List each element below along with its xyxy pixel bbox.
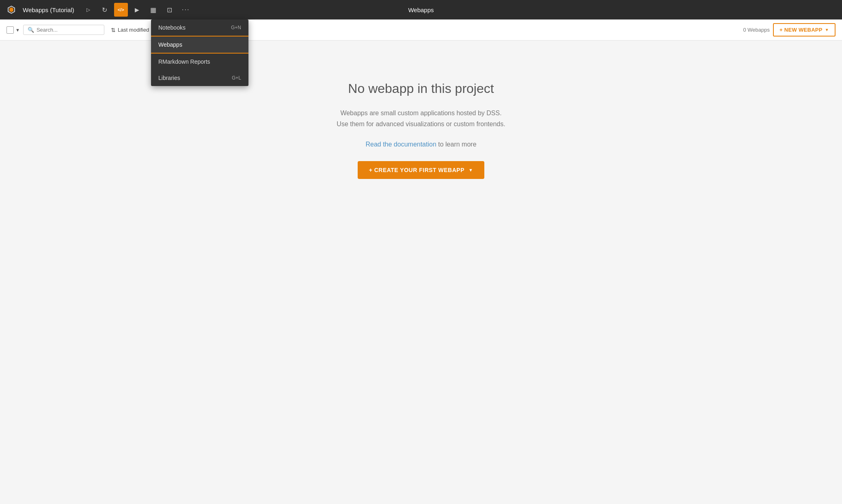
app-logo[interactable] xyxy=(5,3,18,16)
empty-desc-line1: Webapps are small custom applications ho… xyxy=(340,110,501,116)
forward-nav-button[interactable]: ▷ xyxy=(82,3,95,17)
create-btn-caret-icon: ▼ xyxy=(468,168,473,172)
create-first-webapp-button[interactable]: + CREATE YOUR FIRST WEBAPP ▼ xyxy=(358,161,485,179)
refresh-nav-button[interactable]: ↻ xyxy=(98,3,112,17)
webapp-count: 0 Webapps xyxy=(743,27,770,33)
dropdown-item-notebooks[interactable]: Notebooks G+N xyxy=(151,19,248,36)
search-box[interactable]: 🔍 xyxy=(23,25,104,35)
nav-dropdown-menu: Notebooks G+N Webapps RMarkdown Reports … xyxy=(151,19,248,86)
learn-more-text: to learn more xyxy=(436,141,477,148)
main-content: No webapp in this project Webapps are sm… xyxy=(0,41,842,220)
grid-nav-button[interactable]: ▦ xyxy=(147,3,160,17)
play-nav-button[interactable]: ▶ xyxy=(130,3,144,17)
new-webapp-label: + NEW WEBAPP xyxy=(779,27,823,33)
dropdown-webapps-label: Webapps xyxy=(158,41,182,48)
more-nav-button[interactable]: ··· xyxy=(179,3,193,17)
dropdown-notebooks-label: Notebooks xyxy=(158,24,186,31)
empty-state-description: Webapps are small custom applications ho… xyxy=(337,108,505,129)
select-all-checkbox[interactable] xyxy=(6,26,14,34)
center-page-title: Webapps xyxy=(408,6,434,13)
navbar: Webapps (Tutorial) ▷ ↻ </> ▶ ▦ ⊡ ··· Web… xyxy=(0,0,842,19)
dropdown-libraries-shortcut: G+L xyxy=(232,75,241,81)
empty-state-title: No webapp in this project xyxy=(348,81,494,96)
new-webapp-caret-icon: ▼ xyxy=(825,28,829,32)
create-btn-label: + CREATE YOUR FIRST WEBAPP xyxy=(369,167,464,173)
new-webapp-button[interactable]: + NEW WEBAPP ▼ xyxy=(773,23,836,37)
doc-link-line: Read the documentation to learn more xyxy=(365,141,476,148)
select-all-checkbox-area[interactable]: ▼ xyxy=(6,26,20,34)
project-title: Webapps (Tutorial) xyxy=(23,6,74,13)
code-nav-button[interactable]: </> xyxy=(114,3,128,17)
empty-desc-line2: Use them for advanced visualizations or … xyxy=(337,121,505,127)
toolbar: ▼ 🔍 ⇅ Last modified ▼ | Tags ▼ 0 Webapps… xyxy=(0,19,842,41)
select-all-caret[interactable]: ▼ xyxy=(15,28,20,32)
dropdown-item-webapps[interactable]: Webapps xyxy=(151,36,248,54)
embed-nav-button[interactable]: ⊡ xyxy=(163,3,177,17)
read-documentation-link[interactable]: Read the documentation xyxy=(365,141,436,148)
dropdown-notebooks-shortcut: G+N xyxy=(231,25,241,30)
search-icon: 🔍 xyxy=(28,27,34,33)
dropdown-libraries-label: Libraries xyxy=(158,75,180,81)
dropdown-item-rmarkdown[interactable]: RMarkdown Reports xyxy=(151,54,248,70)
sort-icon: ⇅ xyxy=(111,27,116,33)
sort-filter-button[interactable]: ⇅ Last modified ▼ xyxy=(108,25,158,35)
dropdown-item-libraries[interactable]: Libraries G+L xyxy=(151,70,248,86)
sort-label: Last modified xyxy=(118,27,149,33)
dropdown-rmarkdown-label: RMarkdown Reports xyxy=(158,58,210,65)
search-input[interactable] xyxy=(37,27,100,33)
